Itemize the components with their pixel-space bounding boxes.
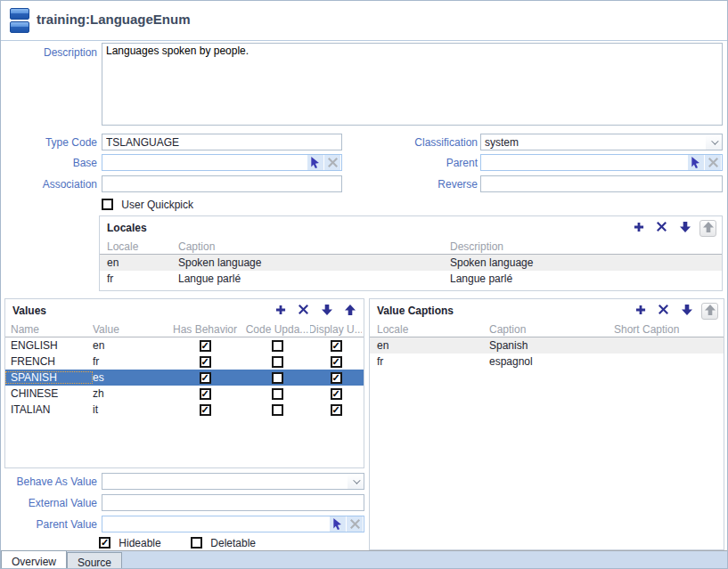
plus-icon [634,222,644,235]
has-behavior-checkbox[interactable]: ✓ [200,356,211,368]
chevron-down-icon[interactable] [706,134,722,150]
has-behavior-checkbox[interactable]: ✓ [200,388,211,400]
delete-button[interactable] [653,220,670,237]
table-row[interactable]: frLangue parléLangue parlé [100,271,722,287]
code-update-checkbox[interactable] [272,404,283,416]
arrow-down-icon [322,305,332,318]
delete-x-icon [657,222,667,234]
column-header: Name [5,323,93,336]
code-update-checkbox[interactable] [272,388,283,400]
cell: espagnol [489,355,614,368]
classification-dropdown[interactable]: system [480,134,723,150]
arrow-down-icon [680,222,691,235]
has-behavior-checkbox[interactable]: ✓ [200,340,211,352]
user-quickpick-label: User Quickpick [121,199,193,211]
table-row[interactable]: enSpanish [370,337,724,354]
cell: CHINESE [5,387,93,400]
cell: ENGLISH [5,339,93,352]
table-row[interactable]: ITALIANit✓✓ [5,402,364,418]
classification-value: system [485,136,706,149]
has-behavior-checkbox[interactable]: ✓ [200,372,211,384]
code-update-checkbox[interactable] [272,372,283,384]
move-up-button[interactable] [699,220,716,237]
display-update-checkbox[interactable]: ✓ [331,340,342,352]
arrow-up-icon [705,305,716,318]
base-picker-field[interactable] [102,154,342,171]
table-row[interactable]: frespagnol [370,354,724,370]
cell: Spoken language [450,256,722,269]
display-update-checkbox[interactable]: ✓ [331,372,342,384]
behave-as-value-label: Behave As Value [1,475,97,489]
external-value-input[interactable] [102,494,364,511]
behave-as-value-dropdown[interactable] [102,473,364,490]
table-row[interactable]: CHINESEzh✓✓ [5,386,364,402]
type-code-input[interactable] [102,134,342,150]
parent-clear-button[interactable] [705,155,721,170]
table-row[interactable]: ENGLISHen✓✓ [5,337,364,354]
delete-button[interactable] [295,303,312,320]
parent-value-picker-field[interactable] [102,516,364,532]
cell: en [93,339,166,352]
column-header: Caption [489,323,614,336]
chevron-down-icon[interactable] [348,474,364,489]
page-title: training:LanguageEnum [37,12,191,27]
table-row[interactable]: enSpoken languageSpoken language [100,255,722,271]
display-update-checkbox[interactable]: ✓ [331,404,342,416]
deletable-field: Deletable [191,536,256,549]
tab-overview[interactable]: Overview [1,550,67,569]
hideable-checkbox[interactable]: ✓ [99,537,110,549]
table-row[interactable]: FRENCHfr✓✓ [5,354,364,370]
parent-value-clear-button[interactable] [347,516,363,532]
user-quickpick-field: User Quickpick [102,198,193,211]
code-update-checkbox[interactable] [272,340,283,352]
display-update-checkbox[interactable]: ✓ [331,356,342,368]
table-row[interactable]: SPANISHes✓✓ [5,370,364,386]
add-button[interactable] [630,220,647,237]
association-input[interactable] [102,175,342,192]
cell: Langue parlé [450,272,722,285]
plus-icon [635,305,646,318]
delete-button[interactable] [655,303,672,320]
move-down-button[interactable] [678,303,695,320]
tab-source[interactable]: Source [67,552,122,569]
classification-label: Classification [366,135,478,150]
delete-x-icon [299,305,308,317]
object-editor-window: training:LanguageEnum Description Langua… [0,0,728,569]
display-update-checkbox[interactable]: ✓ [331,388,342,400]
move-down-button[interactable] [676,220,693,237]
parent-value-input[interactable] [102,516,330,532]
bottom-tab-bar: OverviewSource [1,550,727,569]
add-button[interactable] [272,303,289,320]
external-value-label: External Value [1,496,97,510]
locales-title: Locales [107,222,147,234]
move-up-button[interactable] [341,303,358,320]
move-down-button[interactable] [318,303,335,320]
base-pick-button[interactable] [307,155,323,170]
deletable-checkbox[interactable] [191,537,202,549]
base-input[interactable] [102,155,307,170]
parent-picker-field[interactable] [480,154,723,171]
clear-x-icon [708,158,718,167]
cell: it [93,403,166,416]
base-clear-button[interactable] [324,155,340,170]
has-behavior-checkbox[interactable]: ✓ [200,404,211,416]
column-header: Locale [370,323,489,336]
code-update-checkbox[interactable] [272,356,283,368]
parent-value-pick-button[interactable] [330,516,346,532]
enum-icon [10,8,29,33]
move-up-button[interactable] [701,303,718,320]
parent-pick-button[interactable] [688,155,704,170]
user-quickpick-checkbox[interactable] [102,199,113,210]
column-header: Has Behavior [166,323,244,336]
values-title: Values [12,305,46,317]
values-column-headers: NameValueHas BehaviorCode Upda...Display… [5,322,364,337]
hideable-label: Hideable [119,537,160,549]
parent-input[interactable] [481,155,688,170]
description-input[interactable]: Languages spoken by people. [102,43,723,126]
description-label: Description [1,45,97,60]
reverse-input[interactable] [480,175,723,192]
cursor-pick-icon [310,157,321,169]
cell: FRENCH [5,355,93,368]
plus-icon [275,305,286,318]
add-button[interactable] [632,303,649,320]
